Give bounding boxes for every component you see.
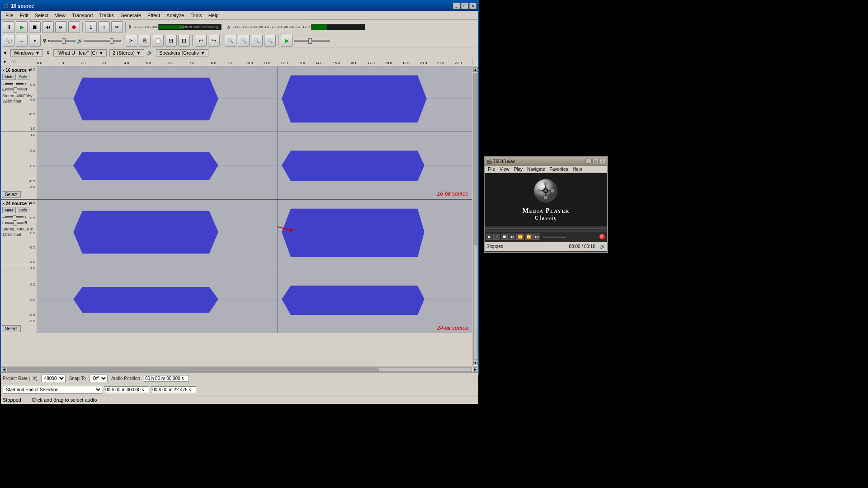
play-green-button[interactable]: ▶ [281,35,292,47]
channels-selector[interactable]: 2 (Stereo) ▼ [109,49,144,56]
vscroll-track[interactable] [473,73,478,360]
waveform-24-upper[interactable] [37,200,472,265]
vscroll-down-btn[interactable]: ▼ [473,361,478,365]
silence-button[interactable]: ⊡ [178,35,190,47]
mpc-menu-navigate[interactable]: Navigate [526,167,546,172]
zoom-normal-button[interactable]: ↔ [16,35,28,47]
vertical-scrollbar[interactable]: ▲ ▼ [472,66,478,366]
sel-end-input[interactable] [151,386,196,393]
mpc-menu-file[interactable]: File [486,167,496,172]
close-button[interactable]: × [469,3,476,9]
skip-start-button[interactable]: ⏮ [42,21,54,33]
ruler-4: 4.0 [124,61,129,65]
menu-generate[interactable]: Generate [118,12,144,19]
menu-tools[interactable]: Tools [188,12,205,19]
waveform-24-lower[interactable]: 24-bit source [37,265,472,333]
track-16-mute[interactable]: Mute [2,74,16,80]
snap-to-select[interactable]: Off [90,375,108,382]
zoom-out-button[interactable]: 🔍 [238,35,250,47]
mpc-volume-slider[interactable] [543,236,566,238]
track-24-pan[interactable] [5,222,24,224]
record-button[interactable]: ⏺ [68,21,80,33]
audacity-window: 🎵 16 source _ □ × File Edit Select View … [0,0,479,375]
zoom-in-button2[interactable]: 🔍 [225,35,236,47]
input-level-slider[interactable] [48,40,75,42]
audio-pos-input[interactable] [144,375,189,382]
mpc-progress-area[interactable] [485,226,607,232]
skip-end-button[interactable]: ⏭ [55,21,67,33]
zoom-fit-button[interactable]: 🔍 [264,35,276,47]
mpc-menu-help[interactable]: Help [571,167,584,172]
menu-edit[interactable]: Edit [17,12,31,19]
project-rate-select[interactable]: 48000 [41,375,66,382]
track-16-solo[interactable]: Solo [17,74,29,80]
track-24-gain[interactable] [5,216,24,218]
track-24-close[interactable]: × [2,202,5,206]
mpc-stop-btn[interactable]: ⏹ [501,234,508,240]
mpc-menu-view[interactable]: View [498,167,511,172]
menu-select[interactable]: Select [32,12,52,19]
track-24-mute[interactable]: Mute [2,207,16,213]
mpc-maximize-btn[interactable]: □ [592,159,599,164]
stop-button[interactable]: ⏹ [29,21,41,33]
mpc-minimize-btn[interactable]: _ [585,159,592,164]
zoom-toggle-button[interactable]: ✦ [29,35,41,47]
mpc-progress-track[interactable] [486,228,606,230]
menu-file[interactable]: File [3,12,16,19]
mpc-ffw-btn[interactable]: ⏩ [525,234,533,240]
recording-device-selector[interactable]: "What U Hear" (Cr ▼ [53,49,107,56]
track-16-select-btn[interactable]: Select [2,191,21,198]
click-to-start[interactable]: Click to Start Monitoring ! [180,25,220,29]
hscroll-right-btn[interactable]: ▶ [473,367,477,372]
copy-button[interactable]: ⎘ [139,35,151,47]
playback-speed-slider[interactable] [294,40,330,42]
trim-button[interactable]: ⊟ [165,35,177,47]
menu-analyze[interactable]: Analyze [164,12,187,19]
menu-view[interactable]: View [52,12,68,19]
mpc-play-btn[interactable]: ▶ [486,234,492,240]
ibeam-tool[interactable]: I [85,21,97,33]
menu-help[interactable]: Help [206,12,222,19]
menu-transport[interactable]: Transport [69,12,96,19]
track-16-close[interactable]: × [2,68,5,73]
envelope-tool[interactable]: ↕ [98,21,110,33]
mpc-pause-btn[interactable]: ⏸ [493,234,500,240]
draw-tool[interactable]: ✏ [111,21,123,33]
mpc-prev-btn[interactable]: ⏮ [509,234,515,240]
hscroll-track[interactable] [7,367,472,372]
hscroll-left-btn[interactable]: ◀ [2,367,6,372]
zoom-sel-button[interactable]: 🔍 [251,35,263,47]
menu-effect[interactable]: Effect [145,12,163,19]
selection-type-select[interactable]: Start and End of Selection [3,386,102,394]
maximize-button[interactable]: □ [461,3,468,9]
mpc-menu-favorites[interactable]: Favorites [548,167,570,172]
vscroll-up-btn[interactable]: ▲ [473,67,478,72]
mpc-next-btn[interactable]: ⏭ [533,234,540,240]
tracks-and-ruler: ▼ -1.0 0.0 1.0 2.0 3.0 4.0 5.0 6.0 7.0 8… [1,58,478,372]
track-16-pan[interactable] [5,89,24,90]
playback-device-selector[interactable]: Windows ▼ [10,49,43,56]
cut-button[interactable]: ✂ [126,35,137,47]
mpc-menu-play[interactable]: Play [513,167,524,172]
paste-button[interactable]: 📋 [152,35,164,47]
track-16-upper: × 16 source ▼ Mute Solo − [1,66,472,132]
play-button[interactable]: ▶ [16,21,28,33]
track-24-select-btn[interactable]: Select [2,325,21,332]
zoom-in-button[interactable]: 🔍+ [3,35,14,47]
horiz-scrollbar[interactable]: ◀ ▶ [1,366,478,372]
output-device-selector[interactable]: Speakers (Creativ ▼ [156,49,208,56]
mpc-window: 🎬 76543.wav _ □ × File View Play Navigat… [484,156,608,253]
menu-tracks[interactable]: Tracks [97,12,117,19]
waveform-16-lower[interactable]: 16-bit source [37,132,472,199]
waveform-16-upper[interactable] [37,66,472,131]
sel-start-input[interactable] [104,386,149,393]
track-24-solo[interactable]: Solo [17,207,29,213]
undo-button[interactable]: ↩ [195,35,207,47]
output-level-slider[interactable] [85,40,121,42]
mpc-close-btn[interactable]: × [599,159,605,164]
minimize-button[interactable]: _ [453,3,460,9]
pause-button[interactable]: ⏸ [3,21,14,33]
redo-button[interactable]: ↪ [208,35,220,47]
mpc-rewind-btn[interactable]: ⏪ [516,234,524,240]
track-16-gain[interactable] [5,83,24,85]
